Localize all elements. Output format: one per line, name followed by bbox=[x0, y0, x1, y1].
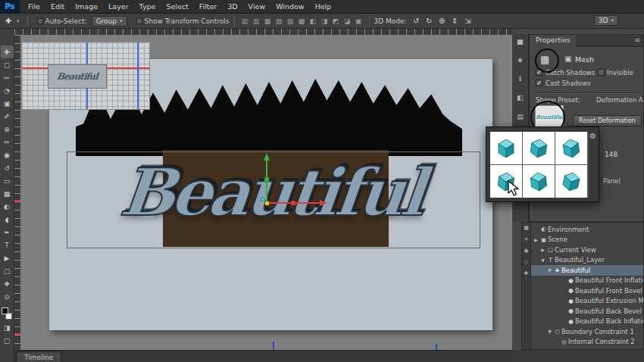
3d-drag-icon[interactable]: ⊕ bbox=[436, 17, 449, 25]
eraser-tool[interactable]: ▭ bbox=[1, 174, 14, 187]
auto-select-dropdown[interactable]: Group ▾ bbox=[92, 16, 127, 27]
filter-all-icon[interactable]: ▦ bbox=[523, 225, 530, 232]
3d-rotate-icon[interactable]: ↺ bbox=[410, 17, 423, 25]
scene-row-beautiful[interactable]: ▼◆Beautiful bbox=[531, 265, 644, 276]
navigator-panel-icon[interactable]: ◈ bbox=[514, 56, 527, 67]
filter-lights-icon[interactable]: ☀ bbox=[523, 236, 530, 243]
align-top-edges-icon[interactable]: ▤ bbox=[239, 17, 251, 25]
color-swatches[interactable] bbox=[2, 307, 12, 320]
dodge-tool[interactable]: ◖ bbox=[1, 213, 14, 226]
scene-row-current-view[interactable]: ▶▢Current View bbox=[531, 245, 644, 255]
shape-preset-thumbnail[interactable] bbox=[490, 132, 522, 164]
menu-item-filter[interactable]: Filter bbox=[194, 0, 223, 14]
shape-preset-thumbnail[interactable] bbox=[555, 132, 587, 164]
zoom-tool[interactable]: ⊙ bbox=[1, 290, 14, 303]
invisible-checkbox[interactable] bbox=[598, 69, 605, 76]
3d-slide-icon[interactable]: ⇕ bbox=[449, 17, 461, 25]
scene-row-beautiful-front-inflatio[interactable]: ●Beautiful Front Inflatio... bbox=[531, 276, 644, 286]
menu-item-edit[interactable]: Edit bbox=[45, 0, 70, 14]
blur-tool[interactable]: ◐ bbox=[1, 200, 14, 213]
properties-tab[interactable]: Properties bbox=[530, 35, 576, 47]
secondary-view[interactable]: Beautiful bbox=[21, 42, 150, 110]
align-right-edges-icon[interactable]: ▩ bbox=[296, 17, 308, 25]
shape-preset-thumbnail[interactable] bbox=[555, 165, 587, 198]
distribute-vertical-icon[interactable]: ◨ bbox=[319, 17, 330, 25]
scene-row-beautiful-layer[interactable]: ▼TBeautiful_Layer bbox=[531, 255, 644, 266]
scene-row-scene[interactable]: ▶▣Scene bbox=[531, 235, 644, 245]
workspace-switcher[interactable]: 3D ▾ bbox=[594, 15, 618, 26]
distribute-bottom-icon[interactable]: ◩ bbox=[330, 17, 342, 25]
menu-item-type[interactable]: Type bbox=[134, 0, 161, 14]
brush-tool[interactable]: ✏ bbox=[1, 136, 14, 148]
clone-stamp-tool[interactable]: ◉ bbox=[1, 148, 14, 161]
scene-row-boundary-constraint-1[interactable]: ▼○Boundary Constraint 1 bbox=[531, 326, 644, 337]
scene-row-internal-constraint-2[interactable]: ◎Internal Constraint 2 bbox=[531, 337, 644, 348]
rectangular-marquee-tool[interactable]: ◻ bbox=[1, 58, 14, 71]
tool-preset-caret-icon[interactable]: ▾ bbox=[17, 18, 20, 24]
scene-row-beautiful-extrusion-ma[interactable]: ●Beautiful Extrusion Ma... bbox=[531, 296, 644, 307]
auto-select-checkbox[interactable] bbox=[37, 18, 43, 24]
hand-tool[interactable]: ❖ bbox=[1, 277, 14, 290]
cast-shadows-checkbox[interactable]: ✓ bbox=[536, 80, 542, 86]
timeline-tab[interactable]: Timeline bbox=[16, 351, 61, 362]
align-vertical-centers-icon[interactable]: ▥ bbox=[251, 17, 262, 25]
menu-item-help[interactable]: Help bbox=[310, 0, 337, 14]
screen-mode[interactable]: ▢ bbox=[1, 334, 14, 347]
menu-item-view[interactable]: View bbox=[243, 0, 271, 14]
distribute-top-icon[interactable]: ◧ bbox=[308, 17, 319, 25]
expander-icon[interactable]: ▶ bbox=[539, 247, 546, 252]
reset-deformation-button[interactable]: Reset Deformation bbox=[573, 115, 642, 126]
shape-tool[interactable]: ▢ bbox=[1, 264, 14, 277]
extrusion-depth-value[interactable]: 148 bbox=[605, 151, 617, 158]
panel-menu-icon[interactable]: ≡ bbox=[634, 36, 640, 44]
foreground-color-swatch[interactable] bbox=[2, 307, 8, 314]
scene-row-environment[interactable]: ◐Environment bbox=[531, 224, 644, 235]
menu-item-window[interactable]: Window bbox=[270, 0, 309, 14]
filter-materials-icon[interactable]: ◉ bbox=[523, 248, 530, 254]
distribute-left-icon[interactable]: ◪ bbox=[342, 17, 353, 25]
gear-icon[interactable]: ⚙ bbox=[589, 132, 596, 140]
3d-move-widget[interactable] bbox=[258, 150, 330, 211]
horizontal-ruler[interactable] bbox=[14, 29, 512, 35]
menu-item-3d[interactable]: 3D bbox=[222, 0, 242, 14]
expander-icon[interactable]: ▼ bbox=[546, 329, 553, 334]
align-left-edges-icon[interactable]: ▧ bbox=[274, 17, 285, 25]
expander-icon[interactable]: ▶ bbox=[533, 237, 539, 242]
menu-item-layer[interactable]: Layer bbox=[103, 0, 134, 14]
quick-mask[interactable]: ◨ bbox=[1, 321, 14, 334]
path-selection-tool[interactable]: ▶ bbox=[1, 251, 14, 264]
vertical-ruler[interactable] bbox=[14, 35, 20, 350]
swatches-panel-icon[interactable]: ▤ bbox=[514, 113, 527, 123]
move-tool[interactable]: ✚ bbox=[1, 45, 14, 58]
shape-preset-thumbnail[interactable] bbox=[523, 165, 555, 198]
color-panel-icon[interactable]: ◧ bbox=[514, 94, 527, 105]
expander-icon[interactable]: ▼ bbox=[546, 267, 553, 273]
scene-row-beautiful-back-inflatio[interactable]: ●Beautiful Back Inflatio... bbox=[531, 317, 644, 327]
quick-selection-tool[interactable]: ◔ bbox=[1, 84, 14, 97]
shape-preset-thumbnail[interactable] bbox=[523, 132, 555, 164]
crop-tool[interactable]: ▣ bbox=[1, 97, 14, 110]
filter-constraints-icon[interactable]: ✚ bbox=[523, 270, 530, 277]
distribute-right-icon[interactable]: ▣ bbox=[353, 17, 364, 25]
show-transform-checkbox[interactable] bbox=[136, 18, 142, 24]
histogram-panel-icon[interactable]: ▅ bbox=[514, 37, 527, 48]
gradient-tool[interactable]: ▦ bbox=[1, 187, 14, 200]
align-horizontal-centers-icon[interactable]: ▨ bbox=[285, 17, 296, 25]
menu-item-select[interactable]: Select bbox=[161, 0, 193, 14]
align-bottom-edges-icon[interactable]: ▦ bbox=[262, 17, 274, 25]
type-tool[interactable]: T bbox=[1, 239, 14, 251]
eyedropper-tool[interactable]: ✐ bbox=[1, 110, 14, 123]
scene-row-beautiful-back-bevel[interactable]: ●Beautiful Back Bevel ... bbox=[531, 306, 644, 317]
expander-icon[interactable]: ▼ bbox=[539, 257, 546, 263]
scene-row-beautiful-front-bevel[interactable]: ●Beautiful Front Bevel ... bbox=[531, 286, 644, 296]
3d-scale-icon[interactable]: ⇲ bbox=[461, 17, 474, 25]
healing-brush-tool[interactable]: ⊕ bbox=[1, 123, 14, 136]
lasso-tool[interactable]: ✂ bbox=[1, 71, 14, 84]
menu-item-file[interactable]: File bbox=[23, 0, 45, 14]
history-brush-tool[interactable]: ↺ bbox=[1, 161, 14, 174]
filter-meshes-icon[interactable]: ◇ bbox=[523, 259, 530, 266]
3d-roll-icon[interactable]: ↻ bbox=[423, 17, 436, 25]
info-panel-icon[interactable]: ℹ bbox=[514, 75, 527, 86]
pen-tool[interactable]: ✒ bbox=[1, 226, 14, 239]
menu-item-image[interactable]: Image bbox=[70, 0, 103, 14]
